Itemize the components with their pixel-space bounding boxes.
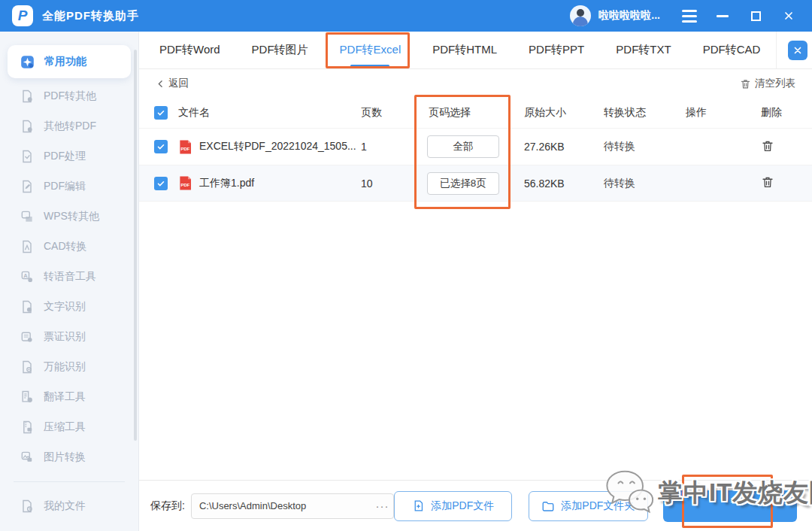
username[interactable]: 啦啦啦啦啦... bbox=[598, 9, 660, 23]
tab-pdf-to-excel[interactable]: PDF转Excel bbox=[324, 32, 417, 68]
panel-close-button[interactable] bbox=[788, 41, 807, 60]
file-plus-icon bbox=[412, 499, 425, 512]
delete-row-button[interactable] bbox=[761, 175, 774, 189]
trash-icon bbox=[761, 175, 774, 189]
doc-convert-icon bbox=[20, 89, 35, 104]
sidebar-item-label: PDF转其他 bbox=[44, 90, 96, 103]
svg-text:PDF: PDF bbox=[181, 147, 190, 151]
sidebar-item-my-files[interactable]: 我的文件 bbox=[0, 491, 138, 521]
sidebar-item-image-convert[interactable]: 图片转换 bbox=[0, 442, 138, 472]
titlebar: P 全能PDF转换助手 啦啦啦啦啦... bbox=[0, 0, 812, 32]
doc-tools-icon bbox=[20, 149, 35, 164]
sidebar-item-invoice-ocr[interactable]: 票证识别 bbox=[0, 322, 138, 352]
tab-pdf-to-ppt[interactable]: PDF转PPT bbox=[513, 32, 600, 68]
check-icon bbox=[156, 108, 165, 117]
add-pdf-files-label: 添加PDF文件 bbox=[431, 499, 494, 513]
sidebar-item-compress[interactable]: 压缩工具 bbox=[0, 412, 138, 442]
hamburger-icon bbox=[682, 10, 697, 23]
convert-status: 待转换 bbox=[604, 140, 686, 153]
sidebar-item-universal-ocr[interactable]: 万能识别 bbox=[0, 352, 138, 382]
file-size: 56.82KB bbox=[524, 178, 604, 190]
close-icon bbox=[792, 45, 803, 56]
tab-label: PDF转Excel bbox=[340, 43, 401, 57]
delete-row-button[interactable] bbox=[761, 139, 774, 153]
header-filename: 文件名 bbox=[178, 106, 361, 120]
sidebar-item-pdf-edit[interactable]: PDF编辑 bbox=[0, 171, 138, 202]
save-path-input[interactable] bbox=[192, 500, 394, 511]
sidebar-item-common-functions[interactable]: 常用功能 bbox=[8, 45, 131, 78]
tab-bar: PDF转Word PDF转图片 PDF转Excel PDF转HTML PDF转P… bbox=[139, 32, 812, 69]
sidebar-scrollbar[interactable] bbox=[134, 50, 137, 441]
file-name: 工作簿1.pdf bbox=[199, 177, 254, 190]
sidebar-item-cad-convert[interactable]: CAD转换 bbox=[0, 232, 138, 262]
tab-label: PDF转CAD bbox=[703, 43, 761, 57]
page-count: 10 bbox=[361, 178, 421, 190]
tab-pdf-to-image[interactable]: PDF转图片 bbox=[236, 32, 324, 68]
sidebar-item-to-audio[interactable]: A 转语音工具 bbox=[0, 262, 138, 292]
sidebar-item-label: 万能识别 bbox=[44, 360, 86, 374]
tab-pdf-to-txt[interactable]: PDF转TXT bbox=[600, 32, 686, 68]
clear-list-button[interactable]: 清空列表 bbox=[740, 77, 795, 90]
tab-label: PDF转PPT bbox=[529, 43, 584, 57]
save-to-label: 保存到: bbox=[150, 499, 185, 513]
sidebar-item-label: 翻译工具 bbox=[44, 390, 86, 404]
tab-pdf-to-cad[interactable]: PDF转CAD bbox=[687, 32, 777, 68]
page-select-button[interactable]: 全部 bbox=[427, 135, 499, 158]
file-table: 文件名 页数 页码选择 原始大小 转换状态 操作 删除 PDF EXCEL转PD… bbox=[139, 98, 812, 202]
tab-label: PDF转Word bbox=[159, 43, 220, 57]
sidebar-item-pdf-to-other[interactable]: PDF转其他 bbox=[0, 81, 138, 111]
svg-text:A: A bbox=[23, 272, 28, 279]
row-checkbox[interactable] bbox=[154, 140, 168, 153]
browse-button[interactable]: ··· bbox=[375, 494, 389, 518]
start-convert-button[interactable] bbox=[663, 490, 797, 522]
sidebar-item-wps-to-other[interactable]: WPS转其他 bbox=[0, 202, 138, 232]
add-pdf-files-button[interactable]: 添加PDF文件 bbox=[394, 491, 512, 521]
sidebar-item-text-ocr[interactable]: 文字识别 bbox=[0, 292, 138, 322]
zip-icon bbox=[20, 420, 35, 435]
header-status: 转换状态 bbox=[604, 106, 686, 120]
trash-icon bbox=[761, 139, 774, 153]
select-all-checkbox[interactable] bbox=[154, 106, 168, 120]
chevron-left-icon bbox=[156, 79, 165, 89]
sidebar-item-label: 票证识别 bbox=[44, 330, 86, 344]
toolbar-row: 返回 清空列表 bbox=[139, 69, 812, 98]
sidebar-item-label: 其他转PDF bbox=[44, 120, 96, 133]
file-size: 27.26KB bbox=[524, 141, 604, 153]
add-pdf-folder-button[interactable]: 添加PDF文件夹 bbox=[529, 491, 648, 521]
maximize-button[interactable] bbox=[744, 5, 767, 27]
pdf-file-icon: PDF bbox=[178, 175, 192, 191]
table-row: PDF 工作簿1.pdf 10 已选择8页 56.82KB 待转换 bbox=[139, 165, 812, 202]
my-files-icon bbox=[20, 499, 35, 514]
sidebar-item-other-to-pdf[interactable]: 其他转PDF bbox=[0, 111, 138, 141]
tab-pdf-to-html[interactable]: PDF转HTML bbox=[417, 32, 513, 68]
doc-convert-icon bbox=[20, 119, 35, 134]
tab-pdf-to-word[interactable]: PDF转Word bbox=[144, 32, 236, 68]
avatar[interactable] bbox=[570, 5, 591, 26]
page-select-button[interactable]: 已选择8页 bbox=[427, 172, 499, 195]
close-button[interactable] bbox=[777, 5, 800, 27]
translate-icon bbox=[20, 390, 35, 405]
sidebar-divider bbox=[14, 481, 125, 482]
tab-label: PDF转TXT bbox=[616, 43, 671, 57]
wps-doc-icon bbox=[20, 209, 35, 224]
ocr-text-icon bbox=[20, 299, 35, 314]
sidebar-item-label: 常用功能 bbox=[44, 55, 86, 68]
sidebar-item-translate[interactable]: 翻译工具 bbox=[0, 382, 138, 412]
ocr-universal-icon bbox=[20, 360, 35, 375]
cad-doc-icon bbox=[20, 239, 35, 254]
sparkle-doc-icon bbox=[20, 54, 35, 70]
back-button[interactable]: 返回 bbox=[156, 77, 189, 90]
file-name: EXCEL转PDF_20221024_1505... bbox=[199, 140, 356, 153]
tab-label: PDF转HTML bbox=[432, 43, 497, 57]
maximize-icon bbox=[751, 11, 761, 21]
menu-button[interactable] bbox=[678, 5, 701, 27]
back-label: 返回 bbox=[168, 77, 189, 90]
row-checkbox[interactable] bbox=[154, 177, 168, 190]
svg-text:PDF: PDF bbox=[181, 183, 190, 187]
app-logo: P bbox=[12, 5, 33, 26]
minimize-button[interactable] bbox=[711, 5, 734, 27]
pdf-file-icon: PDF bbox=[178, 139, 192, 155]
sidebar-item-pdf-process[interactable]: PDF处理 bbox=[0, 141, 138, 171]
sidebar: 常用功能 PDF转其他 其他转PDF PDF处理 PDF编辑 WPS转其他 CA… bbox=[0, 32, 139, 531]
table-header-row: 文件名 页数 页码选择 原始大小 转换状态 操作 删除 bbox=[139, 98, 812, 128]
